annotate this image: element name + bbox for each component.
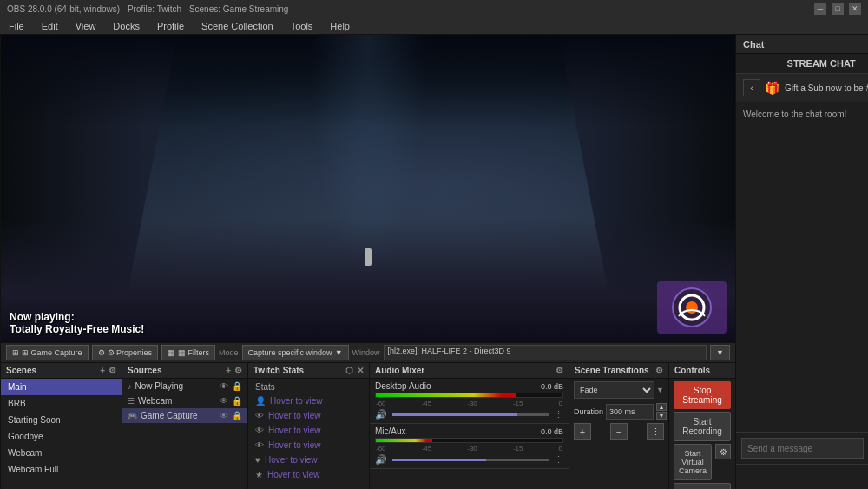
studio-mode-button[interactable]: Studio Mode — [674, 483, 731, 489]
game-capture-button[interactable]: ⊞ ⊞ Game Capture — [6, 345, 89, 360]
start-recording-button[interactable]: Start Recording — [674, 412, 731, 441]
transition-chevron-icon: ▼ — [656, 386, 664, 394]
source-eye-icon[interactable]: 👁 — [220, 381, 228, 391]
desktop-audio-track: Desktop Audio 0.0 dB -60 -45 -30 -15 0 — [370, 379, 569, 424]
transition-action-buttons: + − ⋮ — [569, 421, 668, 442]
stat-2-value[interactable]: Hover to view — [268, 411, 321, 420]
sources-title: Sources — [128, 366, 161, 375]
sources-panel: Sources + ⚙ ♪ Now Playing 👁 🔒 ☰ — [122, 363, 248, 489]
desktop-audio-volume-fill — [392, 413, 517, 416]
scene-item-main[interactable]: Main — [1, 379, 122, 395]
scene-item-webcam[interactable]: Webcam — [1, 445, 122, 461]
start-virtual-camera-button[interactable]: Start Virtual Camera — [674, 444, 712, 480]
chat-input-area: ☺ ⚙ — [736, 432, 868, 464]
source-item-now-playing[interactable]: ♪ Now Playing 👁 🔒 — [122, 379, 247, 393]
controls-header: Controls — [669, 363, 735, 379]
source-eye-icon-2[interactable]: 👁 — [220, 396, 228, 406]
transition-type-select[interactable]: Fade — [574, 381, 654, 399]
source-lock-icon-3[interactable]: 🔒 — [232, 411, 242, 420]
source-game-capture-controls: 👁 🔒 — [220, 411, 242, 420]
duration-down-button[interactable]: ▼ — [656, 412, 667, 420]
sources-header: Sources + ⚙ — [122, 363, 247, 379]
filters-button[interactable]: ▦ ▦ Filters — [161, 345, 215, 360]
menu-bar: File Edit View Docks Profile Scene Colle… — [0, 17, 868, 35]
chat-toolbar: Chat — [736, 464, 868, 489]
center-column: Now playing: Totally Royalty-Free Music!… — [1, 35, 735, 489]
twitch-stat-4: 👁 Hover to view — [248, 438, 369, 453]
stream-chat-label: STREAM CHAT — [736, 54, 868, 74]
menu-scene-collection[interactable]: Scene Collection — [198, 21, 277, 31]
scene-item-goodbye[interactable]: Goodbye — [1, 428, 122, 445]
transition-add-button[interactable]: + — [574, 423, 591, 440]
chat-input[interactable] — [741, 438, 864, 459]
audio-mixer-panel: Audio Mixer ⚙ Desktop Audio 0.0 dB — [370, 363, 569, 489]
minimize-button[interactable]: ─ — [814, 3, 826, 15]
source-item-game-capture[interactable]: 🎮 Game Capture 👁 🔒 — [122, 408, 247, 423]
source-item-webcam[interactable]: ☰ Webcam 👁 🔒 — [122, 393, 247, 408]
transition-more-button[interactable]: ⋮ — [647, 423, 664, 440]
menu-docks[interactable]: Docks — [109, 21, 143, 31]
transition-remove-button[interactable]: − — [610, 423, 628, 440]
mic-aux-scale: -60 -45 -30 -15 0 — [375, 445, 563, 453]
scenes-settings-icon[interactable]: ⚙ — [108, 366, 116, 375]
stats-label: Stats — [248, 379, 369, 393]
mic-aux-slider[interactable] — [392, 459, 549, 461]
maximize-button[interactable]: □ — [832, 3, 844, 15]
duration-row: Duration ▲ ▼ — [569, 401, 668, 421]
source-eye-icon-3[interactable]: 👁 — [220, 411, 228, 420]
mic-aux-meter-fill — [376, 439, 432, 442]
promo-prev-button[interactable]: ‹ — [743, 79, 760, 96]
controls-title: Controls — [674, 366, 710, 375]
scenes-header-icons: + ⚙ — [100, 366, 116, 375]
menu-tools[interactable]: Tools — [287, 21, 317, 31]
scene-item-webcam-full[interactable]: Webcam Full — [1, 461, 122, 478]
twitch-close-icon[interactable]: ✕ — [357, 366, 364, 375]
mic-aux-mute-icon[interactable]: 🔊 — [375, 454, 387, 466]
capture-mode-button[interactable]: Capture specific window ▼ — [242, 345, 349, 360]
promo-text: Gift a Sub now to be #1! — [785, 83, 868, 93]
menu-view[interactable]: View — [72, 21, 100, 31]
scene-item-brb[interactable]: BRB — [1, 395, 122, 412]
scenes-add-icon[interactable]: + — [100, 366, 105, 375]
desktop-audio-slider[interactable] — [392, 413, 549, 416]
duration-input[interactable] — [606, 404, 654, 420]
virtual-camera-settings-icon[interactable]: ⚙ — [715, 444, 731, 459]
stat-5-value[interactable]: Hover to view — [265, 455, 318, 465]
chat-header: Chat ⬡ 👤 — [736, 35, 868, 54]
desktop-audio-mute-icon[interactable]: 🔊 — [375, 409, 387, 420]
transitions-settings-icon[interactable]: ⚙ — [655, 366, 663, 375]
source-label-now-playing: Now Playing — [135, 381, 184, 391]
audio-mixer-settings-icon[interactable]: ⚙ — [556, 366, 563, 375]
stop-streaming-button[interactable]: Stop Streaming — [674, 381, 731, 409]
stat-4-value[interactable]: Hover to view — [268, 440, 321, 450]
menu-edit[interactable]: Edit — [38, 21, 62, 31]
sources-settings-icon[interactable]: ⚙ — [234, 366, 242, 375]
source-label-game-capture: Game Capture — [141, 411, 198, 420]
mic-aux-meter — [375, 438, 563, 443]
desktop-audio-label: Desktop Audio — [375, 381, 431, 391]
source-lock-icon-2[interactable]: 🔒 — [232, 396, 242, 406]
mic-aux-more-icon[interactable]: ⋮ — [554, 454, 563, 466]
scene-transitions-title: Scene Transitions — [575, 366, 649, 375]
properties-button[interactable]: ⚙ ⚙ Properties — [92, 345, 159, 360]
sources-header-icons: + ⚙ — [226, 366, 242, 375]
stat-1-value[interactable]: Hover to view — [270, 396, 323, 406]
stat-eye-icon-1: 👁 — [255, 411, 264, 420]
desktop-audio-more-icon[interactable]: ⋮ — [554, 409, 563, 420]
twitch-stat-6: ★ Hover to view — [248, 467, 369, 482]
menu-profile[interactable]: Profile — [154, 21, 187, 31]
stat-3-value[interactable]: Hover to view — [268, 426, 321, 435]
desktop-audio-meter — [375, 393, 563, 398]
duration-up-button[interactable]: ▲ — [656, 403, 667, 411]
twitch-popout-icon[interactable]: ⬡ — [345, 366, 353, 375]
scene-item-starting-soon[interactable]: Starting Soon — [1, 412, 122, 428]
menu-help[interactable]: Help — [326, 21, 353, 31]
window-chevron-button[interactable]: ▼ — [710, 345, 730, 360]
audio-mixer-title: Audio Mixer — [375, 366, 424, 375]
stat-6-value[interactable]: Hover to view — [267, 470, 320, 479]
menu-file[interactable]: File — [5, 21, 28, 31]
source-lock-icon[interactable]: 🔒 — [232, 381, 242, 391]
sources-add-icon[interactable]: + — [226, 366, 231, 375]
promo-content: 🎁 Gift a Sub now to be #1! — [765, 81, 868, 95]
close-button[interactable]: ✕ — [849, 3, 861, 15]
